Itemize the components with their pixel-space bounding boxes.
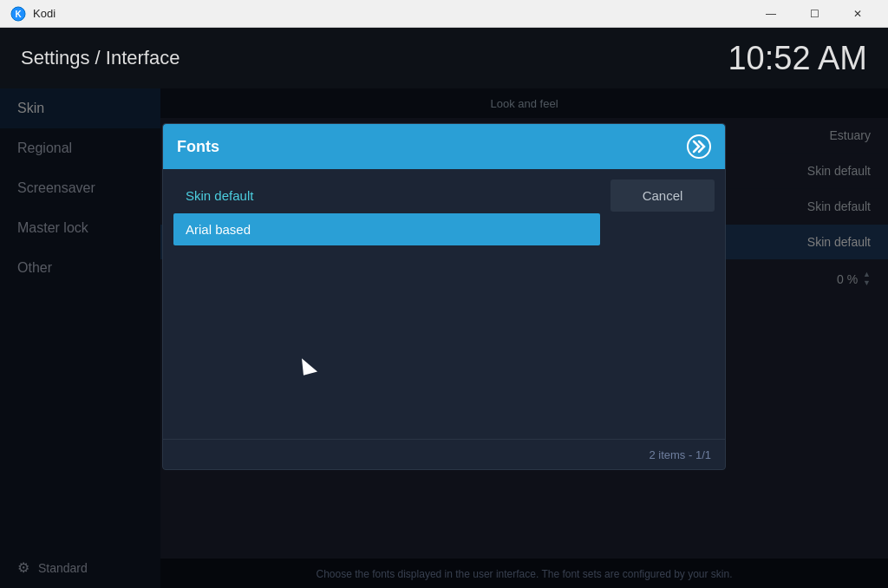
titlebar-app-name: Kodi bbox=[33, 7, 56, 20]
dialog-list: Skin default Arial based bbox=[173, 180, 600, 428]
main-window: Settings / Interface 10:52 AM Skin Regio… bbox=[0, 28, 888, 588]
clock-display: 10:52 AM bbox=[728, 40, 867, 77]
dialog-item-arial-based[interactable]: Arial based bbox=[173, 213, 600, 245]
dialog-actions: Cancel bbox=[610, 180, 715, 428]
dialog-item-skin-default[interactable]: Skin default bbox=[173, 180, 600, 212]
kodi-logo-icon: K bbox=[10, 6, 26, 22]
page-title: Settings / Interface bbox=[21, 47, 180, 69]
close-button[interactable]: ✕ bbox=[838, 0, 878, 28]
fonts-dialog: Fonts Skin default Arial based bbox=[162, 123, 726, 470]
minimize-button[interactable]: — bbox=[751, 0, 791, 28]
dialog-body: Skin default Arial based Cancel bbox=[163, 169, 725, 439]
titlebar-left: K Kodi bbox=[10, 6, 56, 22]
titlebar-controls: — ☐ ✕ bbox=[751, 0, 878, 28]
content-area: Skin Regional Screensaver Master lock Ot… bbox=[0, 88, 888, 588]
dialog-overlay: Fonts Skin default Arial based bbox=[0, 88, 888, 588]
dialog-footer: 2 items - 1/1 bbox=[163, 439, 725, 469]
dialog-kodi-icon bbox=[687, 134, 711, 159]
header: Settings / Interface 10:52 AM bbox=[0, 28, 888, 88]
titlebar: K Kodi — ☐ ✕ bbox=[0, 0, 888, 28]
maximize-button[interactable]: ☐ bbox=[794, 0, 834, 28]
dialog-title: Fonts bbox=[177, 138, 219, 156]
cancel-button[interactable]: Cancel bbox=[610, 180, 715, 212]
dialog-header: Fonts bbox=[163, 124, 725, 169]
svg-text:K: K bbox=[15, 10, 22, 19]
items-count: 2 items - 1/1 bbox=[649, 448, 711, 461]
